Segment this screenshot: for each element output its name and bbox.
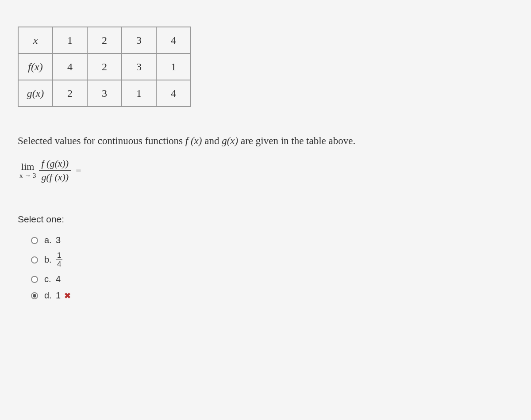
limit-operator: lim x → 3 (19, 162, 36, 179)
option-c[interactable]: c. 4 (31, 274, 513, 284)
option-d[interactable]: d. 1 ✖ (31, 290, 513, 301)
option-value: 1 4 (56, 252, 62, 268)
limit-expression: lim x → 3 f (g(x)) g(f (x)) = (18, 158, 513, 183)
question-text: Selected values for continuous functions… (18, 134, 513, 149)
header-col-3: 3 (122, 27, 156, 53)
row-label-g: g(x) (18, 80, 53, 107)
header-col-1: 1 (53, 27, 87, 53)
equals-sign: = (76, 164, 81, 176)
option-value: 1 ✖ (56, 290, 71, 301)
limit-fraction: f (g(x)) g(f (x)) (39, 158, 72, 183)
wrong-icon: ✖ (64, 291, 71, 301)
option-letter: d. (44, 290, 56, 301)
cell-g-4: 4 (156, 80, 191, 107)
question-prefix: Selected values for continuous functions (18, 135, 185, 146)
option-value: 3 (56, 235, 61, 245)
cell-f-1: 4 (53, 53, 87, 80)
g-label: g(x) (222, 135, 238, 146)
option-fraction: 1 4 (56, 252, 62, 268)
option-letter: b. (44, 255, 56, 265)
select-one-label: Select one: (18, 214, 513, 225)
cell-f-4: 1 (156, 53, 191, 80)
radio-d[interactable] (31, 292, 38, 299)
table-row: g(x) 2 3 1 4 (18, 80, 191, 107)
frac-bot: 4 (56, 260, 62, 268)
f-label: f (x) (185, 135, 202, 146)
option-value-text: 1 (56, 290, 61, 301)
lim-word: lim (21, 162, 34, 172)
row-label-f: f(x) (18, 53, 53, 80)
cell-g-2: 3 (87, 80, 122, 107)
option-b[interactable]: b. 1 4 (31, 252, 513, 268)
frac-top: 1 (56, 252, 62, 260)
header-col-4: 4 (156, 27, 191, 53)
option-a[interactable]: a. 3 (31, 235, 513, 245)
question-suffix: are given in the table above. (238, 135, 355, 146)
table-row: f(x) 4 2 3 1 (18, 53, 191, 80)
cell-f-3: 3 (122, 53, 156, 80)
radio-a[interactable] (31, 237, 38, 244)
radio-c[interactable] (31, 276, 38, 283)
option-value: 4 (56, 274, 61, 284)
table-header-row: x 1 2 3 4 (18, 27, 191, 53)
option-letter: a. (44, 235, 56, 245)
lim-subscript: x → 3 (19, 172, 36, 179)
option-letter: c. (44, 274, 56, 284)
header-col-2: 2 (87, 27, 122, 53)
header-x: x (18, 27, 53, 53)
radio-b[interactable] (31, 256, 38, 263)
fraction-numerator: f (g(x)) (39, 158, 72, 171)
cell-g-3: 1 (122, 80, 156, 107)
cell-f-2: 2 (87, 53, 122, 80)
question-mid: and (202, 135, 222, 146)
cell-g-1: 2 (53, 80, 87, 107)
options-list: a. 3 b. 1 4 c. 4 d. 1 ✖ (18, 235, 513, 301)
fraction-denominator: g(f (x)) (39, 171, 72, 183)
values-table: x 1 2 3 4 f(x) 4 2 3 1 g(x) 2 3 1 4 (18, 27, 191, 107)
